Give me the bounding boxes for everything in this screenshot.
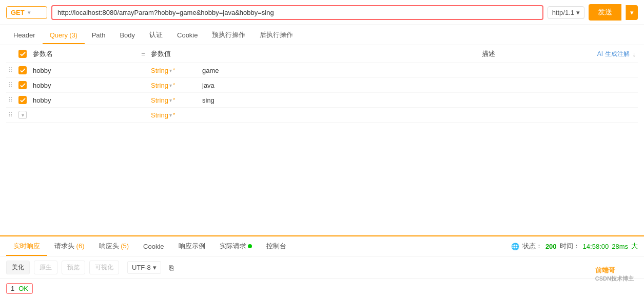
beautify-button[interactable]: 美化 — [6, 261, 30, 274]
type-col-4: String ▾ * — [151, 111, 202, 119]
bottom-panel: 实时响应 请求头 (6) 响应头 (5) Cookie 响应示例 实际请求 控制… — [0, 235, 644, 298]
eq-col-header: = — [135, 50, 151, 58]
status-label: 状态： — [522, 242, 542, 251]
http-version-label: http/1.1 — [552, 9, 574, 16]
url-bar: GET ▾ http/1.1 ▾ 发送 ▾ — [0, 0, 644, 25]
send-arrow-button[interactable]: ▾ — [626, 5, 638, 20]
drag-handle[interactable]: ⠿ — [8, 96, 18, 104]
download-icon[interactable]: ↓ — [633, 50, 636, 58]
type-chevron-icon-3[interactable]: ▾ — [169, 97, 172, 103]
tab-body[interactable]: Body — [112, 26, 142, 44]
type-label-4[interactable]: String — [151, 111, 168, 119]
type-label-1[interactable]: String — [151, 67, 168, 74]
param-name-1[interactable]: hobby — [33, 67, 135, 74]
response-line: 1 OK — [6, 283, 33, 294]
tab-request-header[interactable]: 请求头 (6) — [47, 236, 92, 256]
drag-handle[interactable]: ⠿ — [8, 82, 18, 89]
table-row: ⠿ ▾ String ▾ * — [6, 108, 638, 123]
table-row: ⠿ hobby String ▾ * game — [6, 63, 638, 78]
method-chevron-icon: ▾ — [28, 10, 43, 15]
type-col-1: String ▾ * — [151, 67, 202, 74]
query-badge: (3) — [68, 32, 77, 39]
type-col-3: String ▾ * — [151, 96, 202, 104]
param-name-3[interactable]: hobby — [33, 96, 135, 104]
response-value: OK — [18, 285, 28, 292]
table-row: ⠿ hobby String ▾ * java — [6, 78, 638, 93]
preview-button[interactable]: 预览 — [62, 261, 85, 274]
encoding-label: UTF-8 — [132, 264, 151, 271]
param-value-3[interactable]: sing — [202, 96, 482, 104]
required-star-3: * — [173, 97, 175, 103]
ai-label[interactable]: AI 生成注解 — [597, 50, 630, 58]
type-chevron-icon-2[interactable]: ▾ — [169, 83, 172, 88]
tab-cookie[interactable]: Cookie — [170, 26, 205, 44]
drag-handle[interactable]: ⠿ — [8, 67, 18, 74]
tab-response-header[interactable]: 响应头 (5) — [92, 236, 136, 256]
tab-path[interactable]: Path — [85, 26, 113, 44]
url-input-wrap — [51, 5, 543, 20]
tab-post[interactable]: 后执行操作 — [252, 25, 300, 45]
type-chevron-icon-4[interactable]: ▾ — [169, 112, 172, 118]
required-star-2: * — [173, 82, 175, 88]
table-row: ⠿ hobby String ▾ * sing — [6, 93, 638, 108]
check-col-header — [18, 50, 33, 58]
row-checkbox-1[interactable] — [18, 66, 33, 74]
tab-auth[interactable]: 认证 — [142, 25, 170, 45]
tab-console[interactable]: 控制台 — [259, 236, 294, 256]
url-input[interactable] — [57, 9, 537, 16]
param-name-2[interactable]: hobby — [33, 82, 135, 89]
tab-query[interactable]: Query (3) — [43, 26, 85, 44]
status-code: 200 — [545, 243, 557, 250]
param-value-2[interactable]: java — [202, 82, 482, 89]
param-value-1[interactable]: game — [202, 67, 482, 74]
drag-handle[interactable]: ⠿ — [8, 111, 18, 118]
row-checkbox-2[interactable] — [18, 81, 33, 89]
format-toolbar: 美化 原生 预览 可视化 UTF-8 ▾ ⎘ — [0, 256, 644, 279]
tab-response-example[interactable]: 响应示例 — [171, 236, 212, 256]
extra-info: 大 — [631, 242, 638, 251]
empty-space — [0, 123, 644, 235]
required-star-4: * — [173, 112, 175, 118]
select-all-checkbox[interactable] — [18, 50, 27, 58]
required-star-1: * — [173, 67, 175, 73]
row-checkbox-4[interactable]: ▾ — [18, 111, 33, 119]
http-version-select[interactable]: http/1.1 ▾ — [548, 6, 584, 19]
table-header-row: 参数名 = 参数值 描述 AI 生成注解 ↓ — [6, 45, 638, 63]
tab-realtime[interactable]: 实时响应 — [6, 236, 47, 256]
http-version-chevron-icon: ▾ — [576, 9, 580, 16]
copy-button[interactable]: ⎘ — [165, 262, 178, 274]
desc-col-header: 描述 — [482, 49, 574, 58]
green-dot-icon — [248, 244, 252, 248]
tab-header[interactable]: Header — [6, 26, 43, 44]
visual-button[interactable]: 可视化 — [89, 261, 119, 274]
time-value: 14:58:00 — [583, 243, 609, 250]
time-label: 时间： — [560, 242, 580, 251]
raw-button[interactable]: 原生 — [34, 261, 57, 274]
value-col-header: 参数值 — [151, 49, 482, 58]
type-label-3[interactable]: String — [151, 96, 168, 104]
size-value: 28ms — [612, 243, 628, 250]
method-label: GET — [11, 9, 26, 16]
response-tabs: 实时响应 请求头 (6) 响应头 (5) Cookie 响应示例 实际请求 控制… — [0, 236, 644, 256]
encoding-chevron-icon: ▾ — [153, 264, 157, 271]
response-content: 1 OK — [0, 279, 644, 298]
tab-response-cookie[interactable]: Cookie — [136, 237, 171, 255]
type-chevron-icon-1[interactable]: ▾ — [169, 68, 172, 73]
response-status-info: 🌐 状态： 200 时间： 14:58:00 28ms 大 — [511, 242, 638, 251]
globe-icon: 🌐 — [511, 243, 519, 250]
row-checkbox-3[interactable] — [18, 96, 33, 104]
query-table: 参数名 = 参数值 描述 AI 生成注解 ↓ ⠿ hobby String ▾ … — [0, 45, 644, 123]
type-label-2[interactable]: String — [151, 82, 168, 89]
request-tabs: Header Query (3) Path Body 认证 Cookie 预执行… — [0, 25, 644, 45]
type-col-2: String ▾ * — [151, 82, 202, 89]
method-select[interactable]: GET ▾ — [6, 6, 47, 19]
name-col-header: 参数名 — [33, 49, 135, 58]
actions-col-header: AI 生成注解 ↓ — [574, 50, 636, 58]
encoding-select[interactable]: UTF-8 ▾ — [127, 261, 161, 274]
tab-pre[interactable]: 预执行操作 — [205, 25, 252, 45]
send-button[interactable]: 发送 — [589, 4, 621, 21]
response-line-number: 1 — [11, 285, 14, 292]
tab-actual-request[interactable]: 实际请求 — [212, 236, 260, 256]
